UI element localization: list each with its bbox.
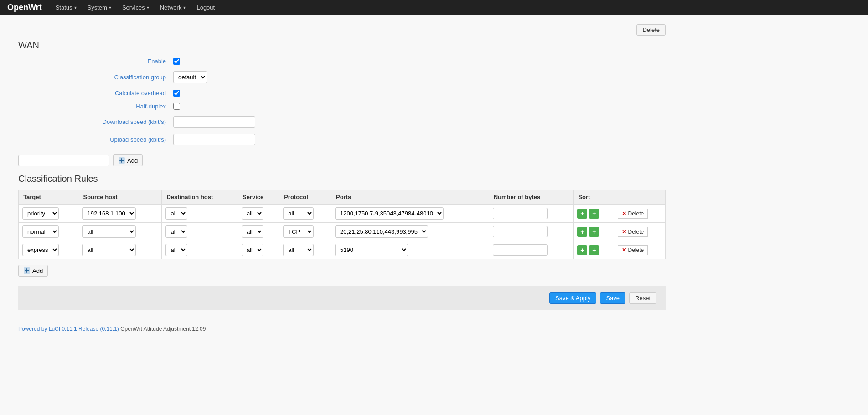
protocol-select-0[interactable]: allTCPUDPICMP <box>283 207 314 220</box>
classification-group-row: Classification group default <box>18 71 666 83</box>
src-host-select-0[interactable]: all192.168.1.100 <box>82 207 136 220</box>
nav-system[interactable]: System ▾ <box>83 1 116 14</box>
table-add-icon <box>23 267 31 274</box>
download-speed-control: 25600 <box>173 116 255 128</box>
service-select-2[interactable]: all <box>242 244 264 256</box>
classification-group-select[interactable]: default <box>173 71 207 83</box>
col-ports: Ports <box>331 190 489 205</box>
bytes-input-1[interactable] <box>493 226 548 237</box>
main-content: Delete WAN Enable Classification group d… <box>0 15 684 319</box>
delete-row-button-1[interactable]: ✕ Delete <box>618 227 648 237</box>
ports-select-2[interactable]: 5190 <box>335 244 408 256</box>
target-select-1[interactable]: priorityexpressnormalbulk <box>22 225 59 238</box>
save-apply-button[interactable]: Save & Apply <box>549 292 596 304</box>
upload-speed-label: Upload speed (kbit/s) <box>18 136 173 143</box>
sort-up-button-0[interactable]: + <box>577 209 587 219</box>
upload-speed-row: Upload speed (kbit/s) 6144 <box>18 134 666 145</box>
enable-checkbox[interactable] <box>173 58 180 65</box>
enable-control <box>173 58 180 65</box>
download-speed-input[interactable]: 25600 <box>173 116 255 128</box>
add-icon <box>118 157 125 164</box>
ports-select-0[interactable]: 1200,1750,7-9,35043,47984-48010 <box>335 207 444 220</box>
service-select-0[interactable]: all <box>242 207 264 220</box>
brand-logo[interactable]: OpenWrt <box>7 3 42 12</box>
col-service: Service <box>238 190 279 205</box>
col-bytes: Number of bytes <box>489 190 574 205</box>
classification-group-control: default <box>173 71 207 83</box>
footer-openwrt-info: OpenWrt Attitude Adjustment 12.09 <box>120 326 206 332</box>
bytes-input-2[interactable] <box>493 244 548 256</box>
top-delete-button[interactable]: Delete <box>636 24 666 36</box>
dst-host-select-0[interactable]: all <box>165 207 187 220</box>
system-dropdown-arrow: ▾ <box>109 5 111 10</box>
save-button[interactable]: Save <box>600 292 625 304</box>
half-duplex-label: Half-duplex <box>18 103 173 110</box>
add-rule-button[interactable]: Add <box>113 154 143 166</box>
table-row: priorityexpressnormalbulkall192.168.1.10… <box>19 223 666 241</box>
service-select-1[interactable]: all <box>242 225 264 238</box>
footer: Powered by LuCI 0.11.1 Release (0.11.1) … <box>0 319 868 338</box>
download-speed-label: Download speed (kbit/s) <box>18 118 173 125</box>
calculate-overhead-label: Calculate overhead <box>18 90 173 97</box>
col-target: Target <box>19 190 78 205</box>
col-destination-host: Destination host <box>162 190 238 205</box>
src-host-select-2[interactable]: all192.168.1.100 <box>82 244 136 256</box>
table-add-button[interactable]: Add <box>18 265 48 277</box>
reset-button[interactable]: Reset <box>629 292 656 304</box>
col-protocol: Protocol <box>279 190 331 205</box>
src-host-select-1[interactable]: all192.168.1.100 <box>82 225 136 238</box>
target-select-2[interactable]: priorityexpressnormalbulk <box>22 244 59 256</box>
download-speed-row: Download speed (kbit/s) 25600 <box>18 116 666 128</box>
nav-network[interactable]: Network ▾ <box>155 1 191 14</box>
nav-logout[interactable]: Logout <box>192 1 219 14</box>
calculate-overhead-row: Calculate overhead <box>18 90 666 97</box>
col-sort: Sort <box>574 190 614 205</box>
table-row: priorityexpressnormalbulkall192.168.1.10… <box>19 205 666 223</box>
add-rule-input[interactable] <box>18 155 109 166</box>
services-dropdown-arrow: ▾ <box>147 5 149 10</box>
dst-host-select-1[interactable]: all <box>165 225 187 238</box>
half-duplex-row: Half-duplex <box>18 103 666 110</box>
add-rule-area: Add <box>18 154 666 166</box>
table-row: priorityexpressnormalbulkall192.168.1.10… <box>19 241 666 259</box>
sort-down-button-2[interactable]: + <box>589 245 599 255</box>
calculate-overhead-checkbox[interactable] <box>173 90 180 97</box>
nav-services[interactable]: Services ▾ <box>118 1 154 14</box>
calculate-overhead-control <box>173 90 180 97</box>
col-actions <box>614 190 666 205</box>
status-dropdown-arrow: ▾ <box>74 5 77 10</box>
wan-section-title: WAN <box>18 40 666 51</box>
col-source-host: Source host <box>78 190 162 205</box>
protocol-select-2[interactable]: allTCPUDPICMP <box>283 244 314 256</box>
enable-label: Enable <box>18 58 173 65</box>
table-add-area: Add <box>18 265 666 277</box>
sort-down-button-0[interactable]: + <box>589 209 599 219</box>
ports-select-1[interactable]: 20,21,25,80,110,443,993,995 <box>335 225 428 238</box>
table-header-row: Target Source host Destination host Serv… <box>19 190 666 205</box>
sort-up-button-1[interactable]: + <box>577 227 587 237</box>
sort-cell-1: ++ <box>577 227 610 237</box>
classification-group-label: Classification group <box>18 74 173 81</box>
sort-down-button-1[interactable]: + <box>589 227 599 237</box>
nav-status[interactable]: Status ▾ <box>51 1 81 14</box>
sort-cell-2: ++ <box>577 245 610 255</box>
half-duplex-checkbox[interactable] <box>173 103 180 110</box>
footer-luci-link[interactable]: Powered by LuCI 0.11.1 Release (0.11.1) <box>18 326 119 332</box>
sort-cell-0: ++ <box>577 209 610 219</box>
upload-speed-input[interactable]: 6144 <box>173 134 255 145</box>
enable-row: Enable <box>18 58 666 65</box>
classification-rules-title: Classification Rules <box>18 174 666 184</box>
sort-up-button-2[interactable]: + <box>577 245 587 255</box>
network-dropdown-arrow: ▾ <box>183 5 186 10</box>
top-delete-area: Delete <box>18 24 666 36</box>
delete-row-button-2[interactable]: ✕ Delete <box>618 245 648 255</box>
upload-speed-control: 6144 <box>173 134 255 145</box>
dst-host-select-2[interactable]: all <box>165 244 187 256</box>
delete-x-icon: ✕ <box>622 247 626 253</box>
delete-row-button-0[interactable]: ✕ Delete <box>618 209 648 219</box>
bytes-input-0[interactable] <box>493 208 548 219</box>
nav-menu: Status ▾ System ▾ Services ▾ Network ▾ L… <box>51 1 220 14</box>
delete-x-icon: ✕ <box>622 210 626 217</box>
protocol-select-1[interactable]: allTCPUDPICMP <box>283 225 314 238</box>
target-select-0[interactable]: priorityexpressnormalbulk <box>22 207 59 220</box>
